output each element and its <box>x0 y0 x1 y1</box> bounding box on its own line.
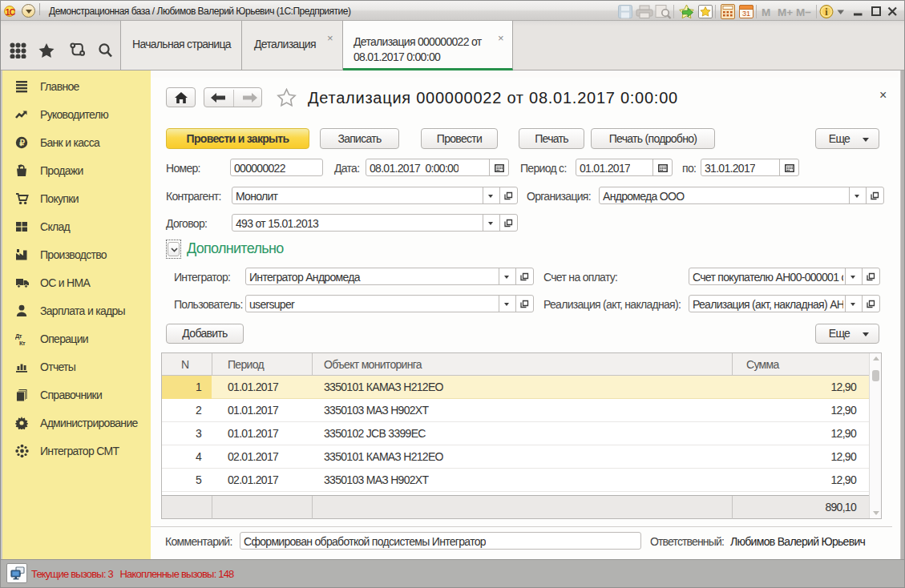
svg-text:M: M <box>762 6 770 18</box>
svg-text:31: 31 <box>742 10 750 18</box>
svg-text:M+: M+ <box>778 6 793 18</box>
svg-text:₽: ₽ <box>19 137 25 147</box>
svg-text:Кт: Кт <box>19 339 26 345</box>
svg-text:M−: M− <box>796 6 811 18</box>
